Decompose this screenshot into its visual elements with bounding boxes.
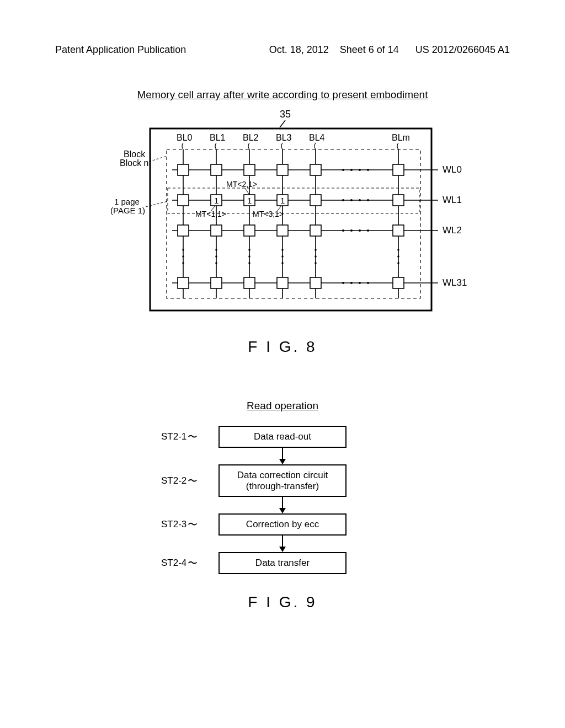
fig8-title: Memory cell array after write according …	[0, 89, 565, 101]
fig8-caption: F I G. 8	[0, 338, 565, 356]
svg-point-46	[367, 169, 369, 171]
header-left: Patent Application Publication	[55, 44, 186, 56]
svg-rect-1	[167, 149, 420, 298]
svg-point-56	[350, 282, 353, 284]
svg-point-45	[359, 169, 361, 171]
svg-rect-19	[178, 164, 189, 175]
svg-point-53	[359, 229, 361, 232]
step-label-1: ST2-1〜	[161, 430, 200, 443]
svg-point-72	[315, 255, 317, 258]
svg-point-73	[315, 262, 317, 264]
svg-rect-23	[310, 164, 321, 175]
bl1-label: BL1	[210, 133, 226, 142]
step-box-4: Data transfer	[218, 552, 347, 574]
svg-rect-30	[393, 195, 404, 206]
cell-val-1: 1	[214, 196, 218, 205]
bl0-label: BL0	[177, 133, 193, 142]
svg-point-69	[281, 255, 284, 258]
arrow-icon	[161, 497, 404, 513]
wl2-label: WL2	[443, 225, 462, 235]
fig9-flowchart: ST2-1〜 Data read-out ST2-2〜 Data correct…	[161, 426, 404, 574]
svg-marker-81	[279, 459, 286, 464]
svg-rect-33	[244, 225, 255, 236]
page-label-1: 1 page	[114, 197, 140, 206]
step-label-2: ST2-2〜	[161, 474, 200, 488]
svg-point-51	[342, 229, 344, 232]
fig9-caption: F I G. 9	[0, 593, 565, 611]
svg-point-60	[182, 255, 184, 258]
step-label-3: ST2-3〜	[161, 518, 200, 531]
svg-point-59	[182, 249, 184, 251]
page-header: Patent Application Publication Oct. 18, …	[0, 0, 565, 56]
svg-rect-37	[178, 277, 189, 288]
arrow-icon	[161, 448, 404, 464]
svg-point-76	[397, 262, 399, 264]
header-date: Oct. 18, 2012	[269, 44, 329, 55]
svg-line-4	[146, 201, 168, 207]
mt21-label: MT<2,1>	[226, 180, 257, 189]
svg-point-58	[367, 282, 369, 284]
svg-point-52	[350, 229, 353, 232]
svg-point-70	[281, 262, 284, 264]
svg-rect-21	[244, 164, 255, 175]
memory-cells	[178, 164, 404, 288]
svg-point-50	[367, 199, 369, 201]
svg-point-57	[359, 282, 361, 284]
svg-point-54	[367, 229, 369, 232]
svg-point-75	[397, 255, 399, 258]
svg-rect-25	[178, 195, 189, 206]
wl1-label: WL1	[443, 195, 462, 205]
arrow-icon	[161, 536, 404, 552]
svg-point-64	[215, 262, 217, 264]
svg-point-62	[215, 249, 217, 251]
svg-point-65	[248, 249, 250, 251]
svg-point-44	[350, 169, 353, 171]
svg-line-2	[149, 156, 167, 162]
svg-rect-20	[211, 164, 222, 175]
step-box-1: Data read-out	[218, 426, 347, 448]
svg-point-43	[342, 169, 344, 171]
wl0-label: WL0	[443, 164, 462, 175]
svg-point-47	[342, 199, 344, 201]
fig8-refnum: 35	[280, 109, 291, 120]
svg-point-55	[342, 282, 344, 284]
svg-rect-41	[310, 277, 321, 288]
svg-rect-22	[277, 164, 288, 175]
block-label-1: Block	[124, 149, 146, 159]
cell-val-3: 1	[280, 196, 285, 205]
svg-point-61	[182, 262, 184, 264]
svg-rect-40	[277, 277, 288, 288]
step-box-2: Data correction circuit (through-transfe…	[218, 464, 347, 497]
svg-point-67	[248, 262, 250, 264]
header-right: Oct. 18, 2012 Sheet 6 of 14 US 2012/0266…	[269, 44, 510, 56]
svg-rect-39	[244, 277, 255, 288]
fig8-diagram: 35 Block Block n 1 page (PAGE 1) BL0 BL1…	[89, 106, 476, 327]
wl31-label: WL31	[443, 277, 467, 288]
svg-point-48	[350, 199, 353, 201]
svg-point-63	[215, 255, 217, 258]
svg-point-74	[397, 249, 399, 251]
step-box-3: Correction by ecc	[218, 513, 347, 536]
svg-rect-24	[393, 164, 404, 175]
page-label-2: (PAGE 1)	[110, 206, 145, 215]
bl3-label: BL3	[276, 133, 292, 142]
svg-rect-34	[277, 225, 288, 236]
svg-line-77	[245, 188, 249, 195]
mt31-label: MT<3,1>	[253, 210, 284, 218]
fig9-title: Read operation	[0, 400, 565, 412]
blm-label: BLm	[392, 133, 410, 142]
block-label-2: Block n	[120, 158, 148, 168]
svg-rect-38	[211, 277, 222, 288]
svg-rect-35	[310, 225, 321, 236]
svg-point-49	[359, 199, 361, 201]
bl4-label: BL4	[309, 133, 325, 142]
svg-rect-36	[393, 225, 404, 236]
svg-marker-83	[279, 508, 286, 513]
bl2-label: BL2	[243, 133, 259, 142]
svg-point-71	[315, 249, 317, 251]
header-sheet: Sheet 6 of 14	[340, 44, 399, 55]
cell-val-2: 1	[247, 196, 252, 205]
svg-point-68	[281, 249, 284, 251]
svg-marker-85	[279, 547, 286, 552]
svg-point-66	[248, 255, 250, 258]
